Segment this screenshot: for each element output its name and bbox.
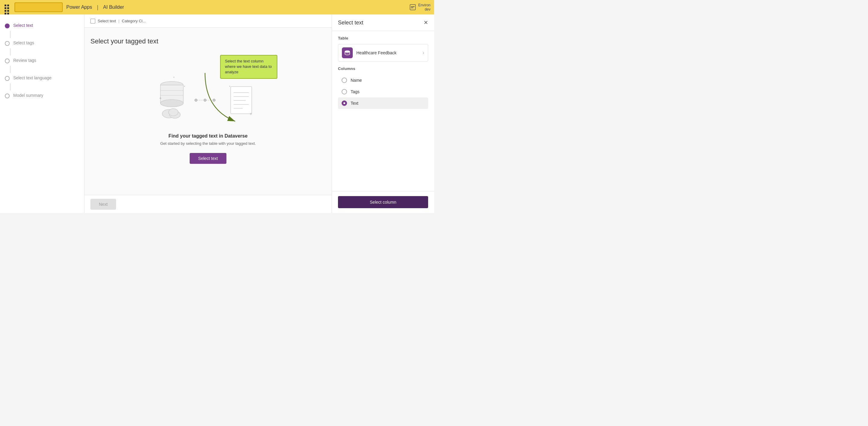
topbar: Power Apps | AI Builder Environ dev <box>0 0 434 15</box>
svg-text:+: + <box>250 111 252 116</box>
panel-title: Select text <box>338 20 363 26</box>
svg-point-11 <box>168 109 178 116</box>
breadcrumb-icon <box>90 19 95 24</box>
sidebar-item-model-summary[interactable]: Model summary <box>5 90 79 101</box>
topbar-divider: | <box>97 4 98 10</box>
illustration-subtitle: Get started by selecting the table with … <box>160 141 256 146</box>
page-content: Select your tagged text Select the text … <box>85 28 332 195</box>
svg-point-6 <box>160 100 183 107</box>
sidebar: Select text Select tags Review tags Sele… <box>0 15 85 213</box>
breadcrumb-category: Category Cl... <box>122 19 146 23</box>
bottom-bar: Next <box>85 195 332 213</box>
table-icon-box <box>342 47 353 58</box>
column-label-name: Name <box>351 78 362 83</box>
sidebar-dot-review-tags <box>5 59 10 63</box>
column-item-name[interactable]: Name <box>338 75 428 86</box>
database-icon <box>344 50 350 56</box>
columns-section: Columns Name Tags Text <box>338 66 428 109</box>
connector-4 <box>10 83 10 90</box>
right-panel: Select text ✕ Table Healthcare Feedback … <box>332 15 434 213</box>
sidebar-label-select-text: Select text <box>13 23 33 28</box>
page-title: Select your tagged text <box>90 37 158 45</box>
svg-text:*: * <box>173 76 175 80</box>
sidebar-dot-model-summary <box>5 93 10 98</box>
radio-name <box>342 78 347 83</box>
content-area: Select text | Category Cl... Select your… <box>85 15 332 213</box>
svg-text:+: + <box>159 96 162 101</box>
radio-text <box>342 101 347 106</box>
table-section-label: Table <box>338 36 428 40</box>
column-label-tags: Tags <box>351 89 360 94</box>
sidebar-label-select-tags: Select tags <box>13 40 34 45</box>
next-button[interactable]: Next <box>90 199 116 210</box>
table-row-item[interactable]: Healthcare Feedback › <box>338 44 428 61</box>
table-name: Healthcare Feedback <box>356 50 419 55</box>
radio-tags <box>342 89 347 94</box>
grid-icon[interactable] <box>4 4 11 11</box>
sidebar-item-review-tags[interactable]: Review tags <box>5 56 79 66</box>
environment-info: Environ dev <box>418 3 431 11</box>
sidebar-dot-select-tags <box>5 41 10 46</box>
tooltip-box: Select the text column where we have tex… <box>220 55 277 79</box>
sidebar-item-select-text-language[interactable]: Select text language <box>5 73 79 83</box>
connector-3 <box>10 66 10 73</box>
sidebar-dot-select-text <box>5 24 10 28</box>
svg-rect-1 <box>411 6 414 7</box>
column-item-tags[interactable]: Tags <box>338 86 428 97</box>
column-label-text: Text <box>351 101 359 106</box>
main-layout: Select text Select tags Review tags Sele… <box>0 15 434 213</box>
panel-header: Select text ✕ <box>332 15 434 31</box>
breadcrumb-bar: Select text | Category Cl... <box>85 15 332 28</box>
connector-2 <box>10 48 10 56</box>
illustration-title: Find your tagged text in Dataverse <box>168 133 248 139</box>
topbar-right: Environ dev <box>410 3 431 11</box>
select-column-button[interactable]: Select column <box>338 196 428 208</box>
panel-body: Table Healthcare Feedback › Columns <box>332 31 434 191</box>
ai-builder-label: AI Builder <box>103 4 124 10</box>
sidebar-label-model-summary: Model summary <box>13 93 43 98</box>
breadcrumb-separator: | <box>119 19 119 23</box>
svg-rect-0 <box>410 4 415 10</box>
sidebar-item-select-tags[interactable]: Select tags <box>5 38 79 48</box>
column-item-text[interactable]: Text <box>338 97 428 109</box>
sidebar-item-select-text[interactable]: Select text <box>5 21 79 31</box>
svg-point-15 <box>195 99 197 102</box>
sidebar-label-select-text-language: Select text language <box>13 76 52 80</box>
connector-1 <box>10 31 10 38</box>
svg-rect-2 <box>411 7 413 8</box>
power-apps-label: Power Apps <box>66 4 92 10</box>
illustration-wrapper: Select the text column where we have tex… <box>139 55 277 127</box>
breadcrumb-text: Select text <box>98 19 116 23</box>
columns-section-label: Columns <box>338 66 428 71</box>
arrow-svg <box>199 73 247 127</box>
database-illustration: + * * <box>157 73 193 121</box>
close-button[interactable]: ✕ <box>424 19 428 26</box>
select-text-button[interactable]: Select text <box>190 153 226 164</box>
sidebar-label-review-tags: Review tags <box>13 58 36 63</box>
app-name-box[interactable] <box>14 2 63 12</box>
svg-text:*: * <box>184 85 185 89</box>
panel-footer: Select column <box>332 191 434 213</box>
environment-icon <box>410 4 416 10</box>
chevron-right-icon: › <box>423 50 424 56</box>
sidebar-dot-select-text-language <box>5 76 10 81</box>
